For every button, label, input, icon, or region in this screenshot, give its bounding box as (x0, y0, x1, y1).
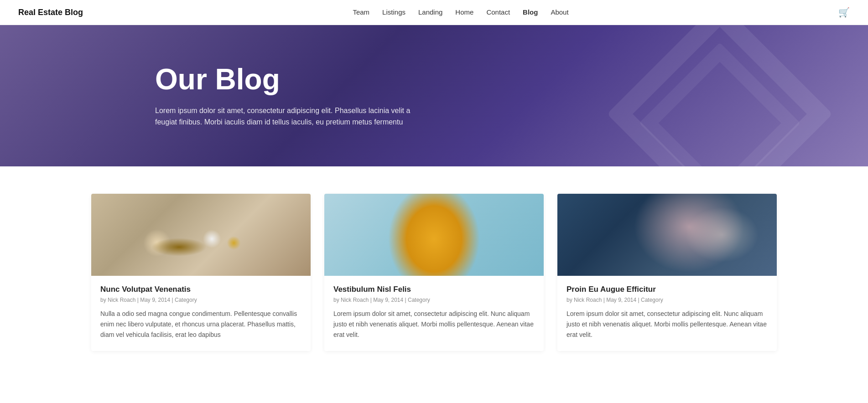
nav-link-about[interactable]: About (551, 8, 568, 16)
blog-section: Nunc Volutpat Venenatisby Nick Roach | M… (0, 166, 868, 388)
site-brand[interactable]: Real Estate Blog (18, 8, 83, 17)
blog-grid: Nunc Volutpat Venenatisby Nick Roach | M… (91, 194, 777, 351)
hero-title: Our Blog (155, 63, 411, 95)
blog-card-meta: by Nick Roach | May 9, 2014 | Category (100, 297, 301, 303)
blog-card-title[interactable]: Nunc Volutpat Venenatis (100, 285, 301, 294)
blog-card-image-baking (91, 194, 311, 276)
nav-link-home[interactable]: Home (455, 8, 473, 16)
nav-link-contact[interactable]: Contact (486, 8, 510, 16)
nav-item-team[interactable]: Team (353, 8, 369, 16)
nav-links: TeamListingsLandingHomeContactBlogAbout (353, 8, 568, 16)
blog-card-title[interactable]: Vestibulum Nisl Felis (333, 285, 535, 294)
blog-card-image-pillow (324, 194, 544, 276)
nav-item-listings[interactable]: Listings (382, 8, 405, 16)
nav-item-blog[interactable]: Blog (523, 8, 538, 16)
nav-link-team[interactable]: Team (353, 8, 369, 16)
nav-item-about[interactable]: About (551, 8, 568, 16)
blog-card-excerpt: Lorem ipsum dolor sit amet, consectetur … (333, 309, 535, 340)
hero-section: Our Blog Lorem ipsum dolor sit amet, con… (0, 25, 868, 166)
nav-link-listings[interactable]: Listings (382, 8, 405, 16)
blog-card[interactable]: Proin Eu Augue Efficiturby Nick Roach | … (557, 194, 777, 351)
blog-card[interactable]: Nunc Volutpat Venenatisby Nick Roach | M… (91, 194, 311, 351)
nav-item-home[interactable]: Home (455, 8, 473, 16)
nav-link-landing[interactable]: Landing (418, 8, 442, 16)
blog-card-body: Nunc Volutpat Venenatisby Nick Roach | M… (91, 276, 311, 351)
nav-link-blog[interactable]: Blog (523, 8, 538, 16)
blog-card-excerpt: Nulla a odio sed magna congue condimentu… (100, 309, 301, 340)
nav-item-landing[interactable]: Landing (418, 8, 442, 16)
hero-subtitle: Lorem ipsum dolor sit amet, consectetur … (155, 105, 411, 128)
blog-card-meta: by Nick Roach | May 9, 2014 | Category (567, 297, 768, 303)
navbar: Real Estate Blog TeamListingsLandingHome… (0, 0, 868, 25)
blog-card-meta: by Nick Roach | May 9, 2014 | Category (333, 297, 535, 303)
blog-card-image-flowers (557, 194, 777, 276)
blog-card[interactable]: Vestibulum Nisl Felisby Nick Roach | May… (324, 194, 544, 351)
hero-content: Our Blog Lorem ipsum dolor sit amet, con… (0, 63, 411, 128)
blog-card-excerpt: Lorem ipsum dolor sit amet, consectetur … (567, 309, 768, 340)
cart-icon[interactable]: 🛒 (838, 7, 850, 18)
blog-card-title[interactable]: Proin Eu Augue Efficitur (567, 285, 768, 294)
blog-card-body: Proin Eu Augue Efficiturby Nick Roach | … (557, 276, 777, 351)
nav-item-contact[interactable]: Contact (486, 8, 510, 16)
blog-card-body: Vestibulum Nisl Felisby Nick Roach | May… (324, 276, 544, 351)
